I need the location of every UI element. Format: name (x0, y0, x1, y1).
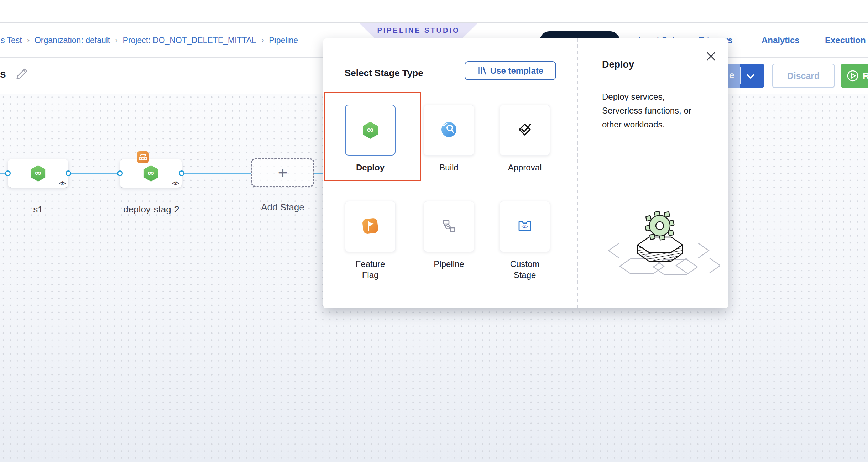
node-port[interactable] (117, 170, 123, 176)
stage-node-label: s1 (8, 204, 68, 215)
use-template-label: Use template (490, 66, 543, 76)
stage-type-card-feature-flag[interactable] (345, 201, 396, 252)
pipeline-edge (314, 173, 324, 174)
breadcrumb-item-project[interactable]: Project: DO_NOT_DELETE_MITTAL (123, 36, 256, 45)
pipeline-studio-badge: PIPELINE STUDIO (359, 23, 478, 38)
pipeline-name-fragment: s (0, 68, 6, 80)
svg-text:∞: ∞ (35, 168, 41, 178)
yaml-code-icon[interactable]: </> (172, 180, 179, 186)
tab-executions[interactable]: Execution (825, 34, 866, 47)
custom-stage-code-icon: </> (516, 217, 533, 236)
svg-text:</>: </> (522, 224, 528, 229)
breadcrumb-separator: › (27, 36, 30, 45)
node-port[interactable] (5, 170, 11, 176)
stage-type-label: Feature Flag (349, 258, 392, 280)
breadcrumb-item-account[interactable]: s Test (1, 36, 22, 45)
deploy-hexagons-illustration (603, 209, 720, 285)
use-template-button[interactable]: Use template (465, 61, 556, 80)
close-icon[interactable] (706, 51, 716, 61)
breadcrumb-separator: › (115, 36, 117, 45)
stage-type-label: Build (420, 162, 477, 173)
chevron-down-icon[interactable] (746, 74, 755, 80)
stage-node-s1[interactable]: ∞ </> (8, 159, 68, 188)
feature-flag-icon (361, 217, 379, 236)
popover-title: Select Stage Type (345, 68, 423, 79)
stage-node-deploy-stag-2[interactable]: ∞ </> (120, 159, 182, 188)
save-button-label: e (729, 70, 734, 81)
pipeline-edge (68, 173, 120, 174)
stage-type-card-approval[interactable] (500, 105, 550, 156)
detail-panel-title: Deploy (602, 59, 634, 70)
svg-text:∞: ∞ (148, 168, 154, 178)
run-button-label: R (863, 70, 868, 82)
ci-sphere-magnifier-icon (440, 121, 457, 140)
cd-hexagon-infinity-icon: ∞ (143, 164, 159, 182)
breadcrumb: s Test › Organization: default › Project… (1, 33, 298, 47)
cd-hexagon-infinity-icon: ∞ (30, 164, 46, 182)
tab-analytics[interactable]: Analytics (762, 34, 800, 47)
stage-type-label: Pipeline (420, 258, 477, 269)
plus-icon: + (278, 163, 288, 182)
pipeline-edge (182, 173, 251, 174)
template-library-icon (477, 67, 487, 75)
red-highlight-rectangle (324, 92, 421, 181)
select-stage-type-popover: Select Stage Type Use template ∞ (323, 38, 728, 308)
add-stage-button[interactable]: + (251, 158, 314, 187)
stage-type-card-pipeline[interactable] (424, 201, 474, 252)
detail-panel-description: Deploy services, Serverless functions, o… (602, 90, 694, 131)
add-stage-label: Add Stage (251, 202, 314, 213)
stage-type-label: Approval (496, 162, 553, 173)
looping-strategy-icon[interactable] (137, 151, 149, 163)
stage-type-card-custom-stage[interactable]: </> (500, 201, 550, 252)
save-split-divider (740, 67, 741, 84)
run-button[interactable]: R (841, 64, 868, 88)
stage-detail-panel: Deploy Deploy services, Serverless funct… (578, 38, 728, 308)
top-strip (0, 0, 868, 23)
pipeline-chain-icon (441, 218, 457, 236)
edit-pencil-icon[interactable] (15, 67, 28, 82)
approval-diamond-check-icon (516, 121, 533, 140)
stage-node-label: deploy-stag-2 (117, 204, 185, 215)
stage-type-label: Custom Stage (503, 258, 546, 280)
node-port[interactable] (179, 170, 184, 176)
breadcrumb-separator: › (261, 36, 264, 45)
play-circle-icon (846, 69, 859, 82)
yaml-code-icon[interactable]: </> (59, 180, 66, 186)
breadcrumb-item-organization[interactable]: Organization: default (35, 36, 110, 45)
discard-button[interactable]: Discard (772, 64, 835, 88)
stage-type-card-build[interactable] (424, 105, 474, 156)
breadcrumb-item-pipeline[interactable]: Pipeline (269, 36, 298, 45)
node-port[interactable] (66, 170, 71, 176)
